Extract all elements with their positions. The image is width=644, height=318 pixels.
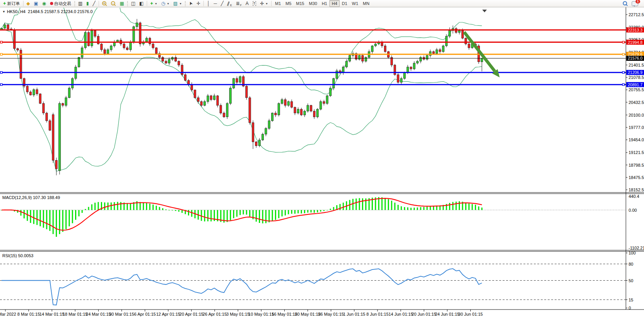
text-label-tool-button[interactable]: T: [251, 0, 258, 7]
timeframe-m5-button[interactable]: M5: [283, 0, 293, 7]
cursor-tool-button[interactable]: ➤: [187, 0, 195, 7]
autotrading-button[interactable]: 自动交易: [48, 0, 73, 7]
auto-scroll-button[interactable]: ◫: [129, 0, 137, 7]
bar-chart-mode-button[interactable]: ▥: [76, 0, 84, 7]
cursor-icon: ➤: [188, 1, 194, 6]
svg-text:8 Jun 01:15: 8 Jun 01:15: [366, 312, 389, 316]
terminal-button[interactable]: ▣: [32, 0, 40, 7]
svg-text:16 May 01:15: 16 May 01:15: [272, 312, 297, 316]
svg-text:440.4: 440.4: [629, 194, 639, 199]
timeframe-m15-button[interactable]: M15: [294, 0, 307, 7]
timeframe-m1-button[interactable]: M1: [273, 0, 283, 7]
fibo-sub-label: F: [240, 4, 242, 7]
bar-chart-icon: ▥: [78, 1, 82, 6]
main-toolbar: + 新订单 ◆ ▣ ◉ 自动交易 ▥ ▮ ╱ + - ▦ ◫ ◧ +▼ ◷▼ ▨…: [0, 0, 644, 7]
dropdown-caret-icon: ▼: [167, 2, 169, 5]
text-tool-button[interactable]: A: [244, 0, 251, 7]
candlestick-chart-icon: ▮: [86, 1, 89, 6]
toolbar-separator: [99, 1, 99, 6]
svg-text:22712.5: 22712.5: [629, 12, 644, 17]
svg-text:18798.5: 18798.5: [629, 163, 644, 167]
svg-text:15: 15: [629, 298, 633, 302]
fibonacci-tool-button[interactable]: ≣F: [234, 0, 243, 7]
search-button[interactable]: [621, 0, 630, 7]
text-tool-icon: A: [246, 1, 249, 6]
horizontal-line-tool-button[interactable]: ─: [212, 0, 219, 7]
signals-button[interactable]: ◉: [40, 0, 48, 7]
trading-terminal-window: + 新订单 ◆ ▣ ◉ 自动交易 ▥ ▮ ╱ + - ▦ ◫ ◧ +▼ ◷▼ ▨…: [0, 0, 644, 318]
svg-text:14 Mar 01:15: 14 Mar 01:15: [39, 312, 64, 316]
dropdown-caret-icon: ▼: [154, 2, 157, 5]
svg-text:14 Jun 01:15: 14 Jun 01:15: [389, 312, 413, 316]
crosshair-tool-button[interactable]: ✛: [195, 0, 202, 7]
svg-text:19777.0: 19777.0: [629, 125, 644, 130]
signals-icon: ◉: [42, 1, 46, 6]
svg-text:20755.5: 20755.5: [629, 87, 644, 92]
macd-indicator-label: MACD(12,26,9) 107.30 188.49: [2, 195, 60, 200]
svg-text:24 Jun 01:15: 24 Jun 01:15: [435, 312, 460, 316]
toolbar-separator: [147, 1, 147, 6]
candlestick-mode-button[interactable]: ▮: [84, 0, 91, 7]
zoom-out-icon: -: [111, 1, 116, 6]
svg-text:20 Apr 01:15: 20 Apr 01:15: [179, 312, 203, 316]
arrows-icon: ✢: [260, 1, 264, 6]
autotrading-icon: [50, 2, 53, 5]
tile-windows-button[interactable]: ▦: [118, 0, 126, 7]
autotrading-label: 自动交易: [54, 1, 71, 7]
svg-text:1 Jun 01:15: 1 Jun 01:15: [343, 312, 366, 316]
auto-scroll-icon: ◫: [131, 1, 135, 6]
channel-sub-label: E: [230, 4, 232, 7]
trendline-tool-button[interactable]: ╱: [219, 0, 225, 7]
zoom-in-button[interactable]: +: [100, 0, 109, 7]
new-order-label: 新订单: [7, 1, 20, 7]
svg-text:2 Mar 2022: 2 Mar 2022: [0, 312, 16, 316]
chart-symbol-timeframe: HK50-,H4: [7, 9, 25, 14]
toolbar-grip: [127, 1, 128, 6]
line-chart-mode-button[interactable]: ╱: [91, 0, 97, 7]
chart-low-value: 21234.0: [61, 9, 76, 14]
trendline-icon: ╱: [221, 1, 223, 6]
chart-area[interactable]: 22712.522380.022057.021734.021401.521078…: [0, 7, 644, 318]
svg-text:20 May 01:15: 20 May 01:15: [295, 312, 321, 316]
svg-text:26 May 01:15: 26 May 01:15: [318, 312, 344, 316]
chart-high-value: 21587.5: [44, 9, 60, 14]
current-price-tag: 21576.0: [626, 56, 644, 61]
timeframe-d1-button[interactable]: D1: [340, 0, 350, 7]
vertical-line-tool-button[interactable]: │: [205, 0, 212, 7]
timeframe-h4-button[interactable]: H4: [329, 0, 339, 7]
new-order-button[interactable]: + 新订单: [1, 0, 22, 7]
new-chart-button[interactable]: +▼: [148, 0, 159, 7]
notifications-button[interactable]: 1: [630, 0, 640, 7]
svg-text:6 Apr 01:15: 6 Apr 01:15: [134, 312, 156, 316]
chart-collapse-icon[interactable]: ▼: [2, 10, 5, 13]
timeframe-h1-button[interactable]: H1: [319, 0, 329, 7]
metaeditor-button[interactable]: ◆: [25, 0, 32, 7]
search-icon: [623, 1, 628, 6]
zoom-out-button[interactable]: -: [109, 0, 118, 7]
svg-text:21576.0: 21576.0: [628, 56, 642, 60]
arrows-tool-button[interactable]: ✢▼: [258, 0, 270, 7]
horizontal-line-icon: ─: [214, 1, 217, 6]
svg-text:20 Jun 01:15: 20 Jun 01:15: [412, 312, 436, 316]
svg-text:21401.5: 21401.5: [629, 63, 644, 67]
channel-tool-button[interactable]: ∥E: [225, 0, 234, 7]
chart-svg[interactable]: 22712.522380.022057.021734.021401.521078…: [0, 7, 644, 318]
svg-text:0: 0: [629, 306, 631, 310]
timeframe-m30-button[interactable]: M30: [307, 0, 319, 7]
chart-canvas[interactable]: 22712.522380.022057.021734.021401.521078…: [0, 7, 644, 318]
zoom-in-icon: +: [102, 1, 107, 6]
notification-badge: 1: [636, 0, 640, 3]
chart-open-value: 21484.5: [28, 9, 43, 14]
text-label-icon: T: [253, 1, 257, 6]
svg-text:20891.7: 20891.7: [628, 82, 642, 87]
timeframe-w1-button[interactable]: W1: [350, 0, 361, 7]
periods-button[interactable]: ◷▼: [159, 0, 171, 7]
toolbar-separator: [271, 1, 272, 6]
line-chart-icon: ╱: [93, 1, 96, 6]
toolbar-grip: [74, 1, 75, 6]
chat-bubble-icon: 1: [632, 1, 638, 6]
svg-text:21206.9: 21206.9: [628, 70, 642, 75]
templates-button[interactable]: ▨▼: [171, 0, 184, 7]
chart-shift-button[interactable]: ◧: [138, 0, 146, 7]
timeframe-mn-button[interactable]: MN: [361, 0, 372, 7]
